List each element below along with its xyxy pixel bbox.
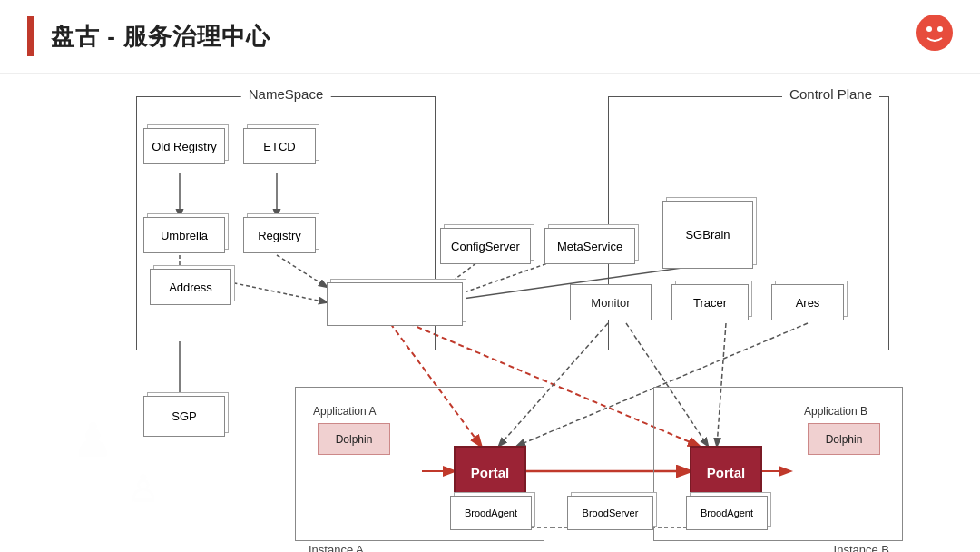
old-registry-box: Old Registry: [143, 128, 225, 164]
logo-icon: [915, 13, 955, 53]
instance-a-label: Instance A: [305, 543, 368, 552]
architecture-diagram: NameSpace Control Plane Instance A Insta…: [45, 83, 935, 546]
sgp-box: SGP: [143, 396, 225, 437]
sg-brain-box: SGBrain: [662, 201, 753, 269]
dolphin-b-box: Dolphin: [808, 423, 880, 455]
svg-point-1: [926, 26, 932, 32]
brood-agent-b-stack: BroodAgent: [686, 496, 768, 530]
config-server-box: ConfigServer: [440, 228, 531, 264]
address-stack: Address: [150, 269, 231, 305]
header: 盘古 - 服务治理中心: [0, 0, 980, 74]
portal-a-box: Portal: [454, 446, 526, 498]
svg-text:♙: ♙: [127, 468, 160, 508]
registry-box: Registry: [243, 217, 316, 253]
sg-brain-stack: SGBrain: [662, 201, 753, 269]
application-b-label: Application B: [804, 405, 867, 418]
ares-box: Ares: [771, 284, 844, 320]
svg-point-2: [937, 26, 943, 32]
address-box: Address: [150, 269, 231, 305]
meta-service-box: MetaService: [544, 228, 635, 264]
dolphin-a-box: Dolphin: [318, 423, 390, 455]
page-title: 盘古 - 服务治理中心: [51, 21, 270, 53]
application-a-label: Application A: [313, 405, 376, 418]
etcd-stack: ETCD: [243, 128, 316, 164]
pilot-stack: Pilot: [327, 282, 463, 326]
old-registry-stack: Old Registry: [143, 128, 225, 164]
brood-server-box: BroodServer: [567, 496, 653, 530]
registry-stack: Registry: [243, 217, 316, 253]
sgp-stack: SGP: [143, 396, 225, 437]
brood-server-stack: BroodServer: [567, 496, 653, 530]
monitor-box: Monitor: [570, 284, 652, 320]
meta-service-stack: MetaService: [544, 228, 635, 264]
namespace-label: NameSpace: [241, 86, 331, 102]
brood-agent-b-box: BroodAgent: [686, 496, 768, 530]
header-accent-bar: [27, 16, 34, 56]
brood-agent-a-stack: BroodAgent: [450, 496, 532, 530]
tracer-box: Tracer: [671, 284, 749, 320]
umbrella-stack: Umbrella: [143, 217, 225, 253]
svg-point-0: [916, 15, 953, 51]
config-server-stack: ConfigServer: [440, 228, 531, 264]
ares-stack: Ares: [771, 284, 844, 320]
instance-b-label: Instance B: [830, 543, 893, 552]
tracer-stack: Tracer: [671, 284, 749, 320]
control-plane-label: Control Plane: [782, 86, 879, 102]
svg-text:♟: ♟: [73, 415, 113, 466]
pilot-box: Pilot: [327, 282, 463, 326]
umbrella-box: Umbrella: [143, 217, 225, 253]
main-content: NameSpace Control Plane Instance A Insta…: [0, 74, 980, 552]
brood-agent-a-box: BroodAgent: [450, 496, 532, 530]
portal-b-box: Portal: [690, 446, 762, 498]
etcd-box: ETCD: [243, 128, 316, 164]
